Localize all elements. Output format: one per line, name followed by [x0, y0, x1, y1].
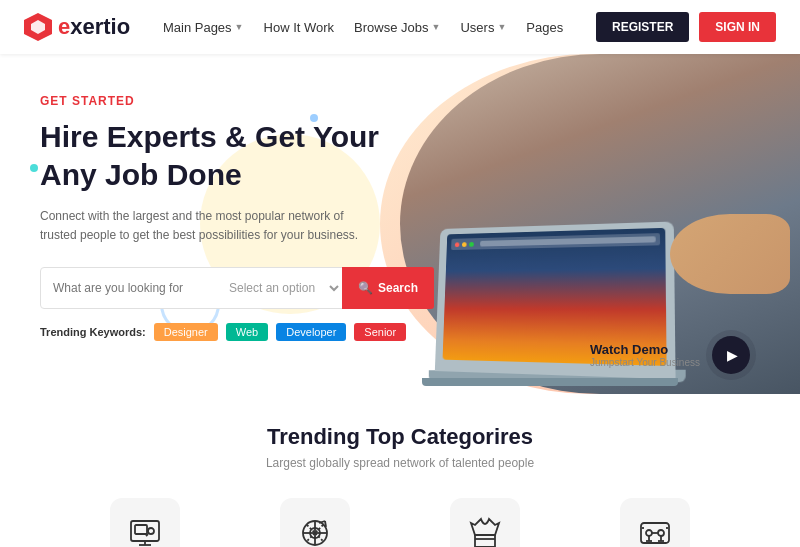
main-nav: Main Pages ▼ How It Work Browse Jobs ▼ U… — [163, 20, 563, 35]
person-arm — [670, 214, 790, 294]
categories-title: Trending Top Categorires — [40, 424, 760, 450]
header: exertio Main Pages ▼ How It Work Browse … — [0, 0, 800, 54]
svg-point-16 — [658, 530, 664, 536]
chevron-down-icon: ▼ — [235, 22, 244, 32]
watch-demo: Watch Demo Jumpstart Your Business ▶ — [590, 336, 750, 374]
dot-red — [455, 242, 460, 247]
watch-demo-subtitle: Jumpstart Your Business — [590, 357, 700, 368]
chevron-down-icon: ▼ — [497, 22, 506, 32]
hero-description: Connect with the largest and the most po… — [40, 207, 380, 245]
hero-tagline: GET STARTED — [40, 94, 420, 108]
svg-point-5 — [148, 528, 154, 534]
hero-title: Hire Experts & Get Your Any Job Done — [40, 118, 420, 193]
svg-rect-4 — [135, 525, 147, 534]
trending-keywords: Trending Keywords: Designer Web Develope… — [40, 323, 420, 341]
nav-how-it-work[interactable]: How It Work — [264, 20, 335, 35]
trending-label: Trending Keywords: — [40, 326, 146, 338]
category-icon-wrap — [450, 498, 520, 547]
svg-point-15 — [646, 530, 652, 536]
chevron-down-icon: ▼ — [432, 22, 441, 32]
hero-left: GET STARTED Hire Experts & Get Your Any … — [0, 54, 450, 394]
hero-section: GET STARTED Hire Experts & Get Your Any … — [0, 54, 800, 394]
tag-developer[interactable]: Developer — [276, 323, 346, 341]
categories-subtitle: Largest globally spread network of talen… — [40, 456, 760, 470]
logo-text: exertio — [58, 14, 130, 40]
register-button[interactable]: REGISTER — [596, 12, 689, 42]
nav-users[interactable]: Users ▼ — [460, 20, 506, 35]
watch-demo-text: Watch Demo Jumpstart Your Business — [590, 342, 700, 368]
category-video-animation[interactable]: Video & Animation 1 Listings — [585, 498, 725, 547]
nav-browse-jobs[interactable]: Browse Jobs ▼ — [354, 20, 440, 35]
watch-demo-title: Watch Demo — [590, 342, 700, 357]
category-select[interactable]: Select an option — [215, 280, 342, 296]
dot-green — [469, 242, 474, 247]
categories-section: Trending Top Categorires Largest globall… — [0, 394, 800, 547]
search-bar: Select an option 🔍 Search — [40, 267, 420, 309]
svg-line-12 — [325, 521, 326, 527]
logo[interactable]: exertio — [24, 13, 130, 41]
categories-grid: Graphics & Design 0 Listings Digital Mar… — [40, 498, 760, 547]
url-bar — [480, 236, 656, 246]
search-button[interactable]: 🔍 Search — [342, 267, 434, 309]
tag-designer[interactable]: Designer — [154, 323, 218, 341]
nav-pages[interactable]: Pages — [526, 20, 563, 35]
play-button[interactable]: ▶ — [712, 336, 750, 374]
category-icon-wrap — [280, 498, 350, 547]
category-fashion[interactable]: Fashion 0 Listings — [415, 498, 555, 547]
play-icon: ▶ — [727, 347, 738, 363]
category-graphics-design[interactable]: Graphics & Design 0 Listings — [75, 498, 215, 547]
header-actions: REGISTER SIGN IN — [596, 12, 776, 42]
dot-yellow — [462, 242, 467, 247]
category-digital-marketing[interactable]: Digital Marketing 1 Listings — [245, 498, 385, 547]
tag-web[interactable]: Web — [226, 323, 268, 341]
signin-button[interactable]: SIGN IN — [699, 12, 776, 42]
hero-right: Watch Demo Jumpstart Your Business ▶ — [450, 54, 800, 394]
nav-main-pages[interactable]: Main Pages ▼ — [163, 20, 244, 35]
category-icon-wrap — [110, 498, 180, 547]
logo-icon — [24, 13, 52, 41]
svg-marker-0 — [31, 20, 45, 34]
search-input[interactable] — [41, 281, 215, 295]
tag-senior[interactable]: Senior — [354, 323, 406, 341]
search-icon: 🔍 — [358, 281, 373, 295]
category-icon-wrap — [620, 498, 690, 547]
keyboard — [422, 378, 678, 386]
